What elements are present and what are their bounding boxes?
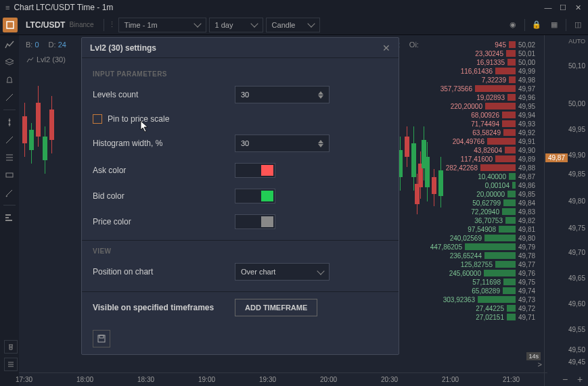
orderbook-ask-row: 63,5824949,92 <box>472 128 544 137</box>
histogram-width-input[interactable]: 30 <box>235 135 330 152</box>
pin-checkbox[interactable] <box>93 114 102 124</box>
lock-icon[interactable]: 🔒 <box>529 18 544 32</box>
orderbook-bid-row: 97,5490849,81 <box>468 225 544 233</box>
fib-icon[interactable] <box>3 151 16 164</box>
bid-price: 49,73 <box>518 296 544 304</box>
bid-color-label: Bid color <box>93 191 235 201</box>
price-color-picker[interactable] <box>235 214 275 229</box>
camera-icon[interactable]: ▦ <box>547 18 562 32</box>
bell-icon[interactable] <box>3 73 16 87</box>
levels-count-value: 30 <box>241 91 249 99</box>
range-dropdown[interactable]: 1 day <box>209 18 263 32</box>
b-label: B: <box>26 41 32 49</box>
divider <box>524 19 525 31</box>
modal-close-button[interactable]: ✕ <box>382 43 390 53</box>
trash-icon[interactable] <box>4 340 18 354</box>
divider <box>566 19 566 31</box>
orderbook-bid-row: 27,4422549,72 <box>476 304 544 312</box>
bid-bar <box>505 217 516 224</box>
orderbook-ask-row: 16,9133550,00 <box>476 58 544 66</box>
indicators-icon[interactable] <box>3 38 16 51</box>
timeframe-dropdown[interactable]: Time - 1m <box>118 18 206 32</box>
spinner-down-icon[interactable] <box>318 144 323 147</box>
indicator-label[interactable]: Lvl2 (30) <box>26 55 66 64</box>
price-tick: 49,95 <box>568 126 585 133</box>
list-icon[interactable] <box>4 358 18 371</box>
orderbook-bid-row: 65,0828949,74 <box>472 287 544 295</box>
range-value: 1 day <box>215 21 233 29</box>
ask-price: 49,92 <box>518 129 544 137</box>
price-tick: 49,70 <box>568 249 585 256</box>
link-button[interactable] <box>3 18 18 32</box>
volume-profile-icon[interactable] <box>3 211 16 224</box>
draw-icon[interactable] <box>3 91 16 104</box>
spinner-up-icon[interactable] <box>318 140 323 143</box>
ask-bar <box>507 59 516 66</box>
bid-bar <box>484 270 516 276</box>
scroll-right-icon[interactable]: > <box>538 360 542 368</box>
shape-icon[interactable] <box>3 168 16 182</box>
chart-type-value: Candle <box>272 21 296 29</box>
ask-bar <box>495 155 516 162</box>
bid-price: 49,85 <box>518 191 544 198</box>
ask-bar <box>487 138 516 145</box>
spinner-up-icon[interactable] <box>318 91 323 95</box>
trend-icon[interactable] <box>3 133 16 147</box>
time-axis[interactable]: 17:3018:0018:3019:0019:3020:0020:3021:00… <box>19 372 547 386</box>
ask-qty: 945 <box>495 41 506 49</box>
price-axis-outer[interactable]: AUTO 50,1050,0049,9549,9049,8549,8049,75… <box>568 35 588 386</box>
orderbook-bid-row: 303,9236349,73 <box>443 295 544 304</box>
ask-color-picker[interactable] <box>235 163 275 178</box>
ask-qty: 357,73566 <box>440 85 472 93</box>
bid-price: 49,76 <box>518 270 544 277</box>
bid-color-picker[interactable] <box>235 189 275 203</box>
ask-qty: 23,30245 <box>475 50 503 57</box>
bid-bar <box>478 296 516 303</box>
chart-type-dropdown[interactable]: Candle <box>266 18 320 32</box>
rewind-icon[interactable]: ◉ <box>505 18 520 32</box>
spinner-down-icon[interactable] <box>318 95 323 99</box>
layers-icon[interactable] <box>3 55 16 69</box>
brush-icon[interactable] <box>3 186 16 199</box>
zoom-out-button[interactable]: − <box>560 374 570 385</box>
hamburger-icon[interactable]: ≡ <box>5 3 9 11</box>
minimize-button[interactable]: — <box>543 3 553 12</box>
drag-handle-icon[interactable]: ⋮ <box>108 20 116 29</box>
price-axis[interactable]: 49,87 <box>544 35 568 386</box>
pin-label[interactable]: Pin to price scale <box>108 114 169 124</box>
bid-qty: 245,60000 <box>449 270 481 277</box>
ask-qty: 71,74494 <box>471 120 499 128</box>
levels-count-input[interactable]: 30 <box>235 86 330 103</box>
price-tick: 49,65 <box>568 274 585 282</box>
ask-bar <box>509 76 516 83</box>
bid-price: 49,72 <box>518 305 544 312</box>
ask-bar <box>502 112 516 118</box>
price-current-badge: 49,87 <box>545 153 568 162</box>
ask-bar <box>507 94 516 101</box>
bid-bar <box>484 235 516 241</box>
auto-scale-label[interactable]: AUTO <box>568 38 585 45</box>
orderbook-ask-row: 204,4976649,91 <box>453 137 544 145</box>
ask-qty: 63,58249 <box>472 129 501 137</box>
ask-price: 49,99 <box>518 68 544 75</box>
bid-price: 49,84 <box>518 199 544 207</box>
levels-count-label: Levels count <box>93 90 235 99</box>
position-select[interactable]: Over chart <box>235 263 330 281</box>
orderbook-bid-row: 245,6000049,76 <box>449 269 544 277</box>
indicator-icon <box>26 55 34 64</box>
position-label: Position on chart <box>93 267 235 276</box>
maximize-button[interactable]: ☐ <box>558 3 568 12</box>
add-timeframe-button[interactable]: ADD TIMEFRAME <box>235 299 317 316</box>
panel-icon[interactable]: ◫ <box>570 18 585 32</box>
time-tick: 20:30 <box>381 376 398 383</box>
price-tick: 49,80 <box>568 197 585 205</box>
price-color-box <box>261 216 273 227</box>
zoom-in-button[interactable]: + <box>574 374 585 385</box>
orderbook-bid-row: 10,4000049,87 <box>478 172 544 180</box>
symbol-label[interactable]: LTC/USDT <box>26 20 65 30</box>
bid-price: 49,71 <box>518 314 544 321</box>
price-tick: 49,90 <box>568 151 585 159</box>
vline-icon[interactable] <box>3 116 16 129</box>
close-button[interactable]: ✕ <box>573 3 583 12</box>
save-icon-button[interactable] <box>93 330 110 347</box>
